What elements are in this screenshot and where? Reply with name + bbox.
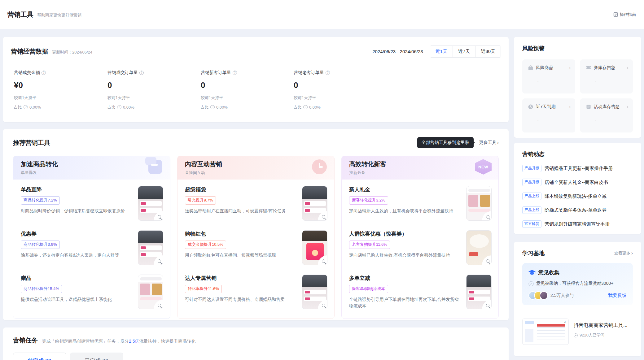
risk-card-expiring-soon[interactable]: 近7天到期 › -	[522, 98, 575, 132]
guide-link[interactable]: 操作指南	[613, 12, 636, 17]
news-text[interactable]: 店铺全资新人礼金--商家白皮书	[545, 180, 608, 185]
tool-item-single-product-discount[interactable]: 单品直降 商品转化提升7.2% 对商品限时降价促销，促销结束后售罄或立即恢复原价	[21, 181, 163, 226]
metric-trend: 较前1天持平	[294, 95, 316, 100]
tool-item-multi-order-discount[interactable]: 多单立减 提客单/降物流成本 全链路强势引导用户下单后在同地址再次下单,合并发货…	[349, 270, 492, 314]
news-text[interactable]: 阶梯式奖励任务体系-单单返券	[545, 207, 607, 213]
info-icon[interactable]: ?	[117, 105, 121, 109]
tool-name[interactable]: 赠品	[21, 275, 134, 282]
tasks-subtitle-highlight: 2.5亿	[129, 339, 139, 344]
tool-name[interactable]: 达人专属营销	[185, 275, 298, 282]
info-icon[interactable]: ?	[233, 71, 237, 75]
metric-trend: 较前1天持平	[107, 95, 130, 100]
info-icon[interactable]: ?	[42, 71, 46, 75]
course-thumbnail[interactable]: ♪	[522, 319, 569, 345]
metric-value: ¥0	[14, 80, 107, 90]
tool-thumbnail[interactable]	[466, 275, 492, 309]
tool-name[interactable]: 人群惊喜优惠（惊喜券）	[349, 230, 462, 237]
magnifier-icon[interactable]	[318, 211, 327, 221]
tool-thumbnail[interactable]	[138, 230, 163, 265]
tool-name[interactable]: 多单立减	[349, 275, 462, 282]
tab-last-1-day[interactable]: 近1天	[430, 46, 453, 57]
info-icon[interactable]: ?	[210, 105, 215, 109]
magnifier-icon[interactable]	[154, 211, 163, 221]
magnifier-icon[interactable]	[318, 300, 327, 309]
info-icon[interactable]: ?	[326, 71, 330, 75]
magnifier-icon[interactable]	[482, 211, 492, 221]
card-header: 内容互动营销 直播间互动	[177, 156, 334, 180]
tool-thumbnail[interactable]	[138, 186, 163, 221]
risk-card-risky-products[interactable]: 风险商品 › -	[522, 59, 575, 93]
guide-label: 操作指南	[620, 12, 636, 17]
tool-item-surprise-coupon[interactable]: 人群惊喜优惠（惊喜券） 老客复购提升11.6% 定向店铺已购人群生效,有机会获得…	[349, 226, 492, 270]
tool-thumbnail[interactable]	[302, 186, 327, 221]
tasks-title: 营销任务	[13, 336, 38, 345]
chevron-right-icon: ›	[497, 140, 499, 145]
more-tools-link[interactable]: 更多工具›	[479, 140, 499, 145]
news-item[interactable]: 产品上线 降本增效复购新玩法-多单立减	[522, 193, 633, 200]
course-item[interactable]: ♪ 抖音电商商家营销工具... 9220人已学习	[522, 319, 633, 345]
news-item[interactable]: 产品升级 营销赠品工具更新--商家操作手册	[522, 165, 633, 172]
document-icon	[613, 12, 618, 17]
tasks-panel: 营销任务 完成「给指定商品创建营销优惠」任务，瓜分2.5亿流量扶持，快速提升商品…	[3, 327, 509, 360]
list-icon	[586, 104, 591, 110]
date-range[interactable]: 2024/06/23 - 2024/06/23	[372, 49, 423, 54]
feedback-card[interactable]: 意见收集 意见被采纳，可获得官方流量激励3000+ 2.5万人参与 我要反馈	[522, 263, 633, 305]
news-tag: 产品升级	[522, 179, 541, 186]
tab-pending-tasks[interactable]: 待完成 (0)	[13, 353, 66, 360]
magnifier-icon[interactable]	[482, 300, 492, 309]
course-viewers: 9220人已学习	[580, 332, 605, 338]
risk-card-activity-stock[interactable]: 活动库存告急 › -	[580, 98, 633, 132]
card-subtitle: 直播间互动	[185, 170, 328, 176]
feedback-button[interactable]: 我要反馈	[608, 293, 627, 298]
tool-name[interactable]: 新人礼金	[349, 186, 462, 193]
tab-last-7-days[interactable]: 近7天	[453, 46, 475, 57]
tool-item-influencer-marketing[interactable]: 达人专属营销 转化率提升11.6% 可针对不同达人设置不同专属价格、专属赠品和售…	[185, 270, 327, 314]
learning-panel: 学习基地 查看更多› 意见收集 意见被采纳，可获得官方流量激励3000+	[514, 242, 641, 356]
tool-item-newcomer-gift[interactable]: 新人礼金 新客转化提升3.2% 定向店铺新人生效的，且有机会获得平台额外流量扶持	[349, 181, 492, 226]
tool-name[interactable]: 优惠券	[21, 230, 134, 237]
tool-item-gift[interactable]: 赠品 商品转化提升15.4% 提供赠品活动管理工具，送赠品优惠线上系统化	[21, 270, 163, 314]
risk-value: -	[595, 118, 629, 124]
tool-thumbnail[interactable]	[466, 230, 492, 265]
risk-label: 风险商品	[536, 65, 567, 71]
feedback-title: 意见收集	[538, 269, 559, 276]
avatar	[540, 291, 548, 300]
info-icon[interactable]: ?	[24, 105, 28, 109]
tool-badge: 商品转化提升3.9%	[21, 241, 60, 249]
tool-name[interactable]: 单品直降	[21, 186, 134, 193]
news-item[interactable]: 产品上线 阶梯式奖励任务体系-单单返券	[522, 206, 633, 214]
tool-name[interactable]: 购物红包	[185, 230, 298, 237]
metric-label: 营销成交金额	[14, 70, 40, 76]
tool-thumbnail[interactable]	[138, 275, 163, 309]
news-text[interactable]: 营销赠品工具更新--商家操作手册	[545, 166, 613, 171]
magnifier-icon[interactable]	[154, 255, 163, 265]
tool-thumbnail[interactable]	[302, 275, 327, 309]
info-icon[interactable]: ?	[303, 105, 308, 109]
tab-last-30-days[interactable]: 近30天	[475, 46, 501, 57]
tab-completed-tasks[interactable]: 已完成 (0)	[70, 353, 123, 360]
tasks-subtitle-prefix: 完成「给指定商品创建营销优惠」任务，瓜分	[42, 339, 129, 344]
view-more-link[interactable]: 查看更多›	[614, 250, 633, 256]
magnifier-icon[interactable]	[482, 255, 492, 265]
tool-item-red-packet[interactable]: 购物红包 成交金额提升10.5% 用户领取的红包可在直播间、短视频等场景抵现	[185, 226, 327, 270]
magnifier-icon[interactable]	[318, 255, 327, 265]
news-text[interactable]: 营销规则升级商家培训宣导手册	[545, 221, 610, 227]
tool-badge: 新客转化提升3.2%	[349, 196, 388, 205]
news-item[interactable]: 官方解答 营销规则升级商家培训宣导手册	[522, 220, 633, 228]
course-title[interactable]: 抖音电商商家营销工具...	[574, 322, 627, 329]
tool-thumbnail[interactable]	[302, 230, 327, 265]
tool-item-coupon[interactable]: 优惠券 商品转化提升3.9% 除基础券，还支持定向客服&达人渠道，定向人群等	[21, 226, 163, 270]
tool-thumbnail[interactable]	[466, 186, 492, 221]
tool-name[interactable]: 超级福袋	[185, 186, 298, 193]
news-text[interactable]: 降本增效复购新玩法-多单立减	[545, 193, 607, 199]
clock-icon	[528, 104, 533, 110]
risk-card-coupon-stock[interactable]: 券库存告急 › -	[580, 59, 633, 93]
chevron-right-icon: ›	[627, 65, 629, 71]
info-icon[interactable]: ?	[139, 71, 144, 75]
news-item[interactable]: 产品升级 店铺全资新人礼金--商家白皮书	[522, 179, 633, 186]
tasks-subtitle-suffix: 流量扶持，快速提升商品转化	[139, 339, 195, 344]
marketing-tools-page: 营销工具 帮助商家更快更好做营销 操作指南 营销经营数据 更新时间：2024/0…	[0, 0, 644, 360]
magnifier-icon[interactable]	[154, 300, 163, 309]
tool-badge: 提客单/降物流成本	[349, 285, 388, 293]
tool-item-lucky-bag[interactable]: 超级福袋 曝光提升9.7% 送奖品带动用户在直播间互动，可设置停留/评论任务	[185, 181, 327, 226]
